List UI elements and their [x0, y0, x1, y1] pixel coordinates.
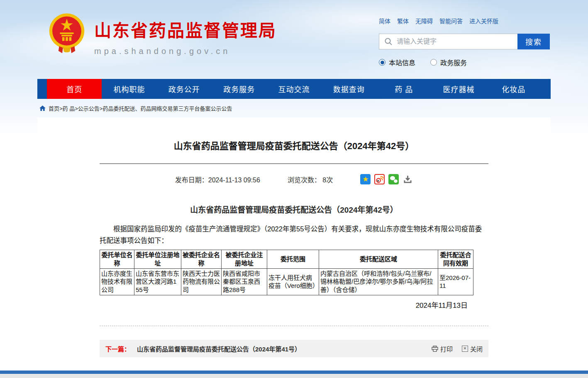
close-icon: ✕ [462, 346, 468, 352]
site-name: 山东省药品监督管理局 [94, 17, 277, 42]
radio-unselected-icon [430, 59, 437, 66]
article-body-title: 山东省药品监督管理局疫苗委托配送公告（2024年第42号） [100, 204, 488, 215]
publish-date-value: 2024-11-13 09:56 [208, 177, 260, 184]
signature-date: 2024年11月13日 [100, 295, 488, 310]
col-entrusting-unit: 委托单位名称 [100, 250, 134, 269]
publish-date: 发布日期：2024-11-13 09:56 [175, 174, 260, 184]
view-count-label: 浏览次数： [288, 177, 321, 184]
col-entrusting-address: 委托单位注册地址 [134, 250, 181, 269]
scope-option-label: 政务服务 [440, 57, 467, 67]
site-identity: 山东省药品监督管理局 mpa.shandong.gov.cn [94, 12, 277, 56]
nav-item-medical-devices[interactable]: 医疗器械 [431, 79, 486, 99]
footer-blue-bar [0, 371, 588, 374]
cell-entrusting-address: 山东省东营市东营区大渡河路155号 [134, 268, 181, 295]
site-header: 山东省药品监督管理局 mpa.shandong.gov.cn 简体 繁体 无障碍… [37, 0, 551, 79]
close-button[interactable]: ✕ 关闭 [462, 344, 483, 353]
search-button[interactable]: 搜索 [517, 34, 550, 49]
link-smart-qa[interactable]: 智能问答 [439, 17, 463, 25]
cell-entrusted-company: 陕西天士力医药物流有限公司 [181, 268, 222, 295]
cell-entrusted-address: 陕西省咸阳市秦都区玉泉西路288号 [222, 268, 267, 295]
search-scope-options: 本站信息 政务服务 [379, 57, 550, 67]
printer-icon [432, 346, 438, 352]
search-bar: 搜索 [379, 34, 550, 49]
cell-entrusting-unit: 山东亦度生物技术有限公司 [100, 268, 134, 295]
prev-next-bar: 下一篇： 山东省药品监督管理局疫苗委托配送公告（2024年第41号） 打印 ✕ … [100, 340, 488, 357]
home-icon [39, 106, 46, 111]
next-article-label: 下一篇： [105, 344, 130, 353]
search-icon [384, 37, 393, 46]
cell-contract-validity: 至2026-07-11 [438, 268, 473, 295]
breadcrumb-path[interactable]: 首页>药 品>公示公告>药品委托配送、药品网络交易第三方平台备案公示公告 [49, 104, 232, 112]
scope-option-gov-services[interactable]: 政务服务 [430, 57, 467, 67]
col-scope: 委托范围 [267, 250, 319, 269]
wechat-share-icon[interactable] [388, 174, 399, 184]
nav-item-drugs[interactable]: 药 品 [376, 79, 431, 99]
next-article-link[interactable]: 山东省药品监督管理局疫苗委托配送公告（2024年第41号） [137, 344, 301, 353]
nav-item-gov-disclosure[interactable]: 政务公开 [157, 79, 212, 99]
search-input[interactable] [393, 34, 517, 49]
header-utilities: 简体 繁体 无障碍 智能问答 进入关怀版 搜索 本 [379, 17, 550, 67]
nav-item-org-duties[interactable]: 机构职能 [102, 79, 156, 99]
link-simplified-chinese[interactable]: 简体 [379, 17, 390, 25]
publish-date-label: 发布日期： [175, 177, 208, 184]
weibo-share-icon[interactable] [374, 174, 385, 184]
cell-delivery-region: 内蒙古自治区（呼和浩特/包头/乌兰察布/锡林格勒盟/巴彦淖尔/鄂尔多斯/乌海/阿… [319, 268, 438, 295]
print-label: 打印 [440, 344, 453, 353]
qzone-share-icon[interactable]: ★ [360, 174, 371, 184]
article-meta: 发布日期：2024-11-13 09:56 浏览次数： 8次 ★ [100, 164, 488, 189]
search-box [379, 34, 517, 49]
top-utility-links: 简体 繁体 无障碍 智能问答 进入关怀版 [379, 17, 550, 25]
link-traditional-chinese[interactable]: 繁体 [397, 17, 409, 25]
main-navigation: 首页 机构职能 政务公开 政务服务 互动交流 数据查询 药 品 医疗器械 化妆品 [37, 79, 551, 99]
print-button[interactable]: 打印 [432, 344, 453, 353]
radio-selected-icon [379, 59, 385, 66]
nav-item-home[interactable]: 首页 [47, 79, 102, 99]
article-actions: 打印 ✕ 关闭 [432, 344, 483, 353]
article-card: 山东省药品监督管理局疫苗委托配送公告（2024年第42号） 发布日期：2024-… [37, 118, 551, 365]
footer-gray-area [0, 374, 588, 378]
nav-item-data-query[interactable]: 数据查询 [322, 79, 376, 99]
link-care-mode[interactable]: 进入关怀版 [469, 17, 498, 25]
national-emblem [48, 12, 86, 55]
table-row: 山东亦度生物技术有限公司 山东省东营市东营区大渡河路155号 陕西天士力医药物流… [100, 268, 473, 295]
nav-item-interaction[interactable]: 互动交流 [266, 79, 321, 99]
scope-option-label: 本站信息 [389, 57, 415, 67]
col-entrusted-company: 被委托企业名称 [181, 250, 222, 269]
site-url: mpa.shandong.gov.cn [94, 47, 277, 56]
dashed-divider [100, 326, 488, 326]
nav-item-gov-services[interactable]: 政务服务 [212, 79, 266, 99]
link-accessibility[interactable]: 无障碍 [415, 17, 433, 25]
table-header-row: 委托单位名称 委托单位注册地址 被委托企业名称 被委托企业注册地址 委托范围 委… [100, 250, 473, 269]
view-count-value: 8次 [322, 177, 333, 184]
download-icon[interactable] [403, 174, 413, 184]
view-count: 浏览次数： 8次 [288, 174, 333, 184]
cell-scope: 冻干人用狂犬病疫苗（Vero细胞） [267, 268, 319, 295]
nav-item-cosmetics[interactable]: 化妆品 [486, 79, 541, 99]
col-entrusted-address: 被委托企业注册地址 [222, 250, 267, 269]
scope-option-site-info[interactable]: 本站信息 [379, 57, 415, 67]
breadcrumb: 首页>药 品>公示公告>药品委托配送、药品网络交易第三方平台备案公示公告 [37, 99, 551, 118]
col-delivery-region: 委托配送区域 [319, 250, 438, 269]
share-toolbar: ★ [360, 174, 413, 184]
col-contract-validity: 委托配送合同有效期 [438, 250, 473, 269]
close-label: 关闭 [470, 344, 483, 353]
article-paragraph: 根据国家药监局印发的《疫苗生产流通管理规定》（2022年第55号公告）有关要求，… [100, 223, 488, 246]
page-title: 山东省药品监督管理局疫苗委托配送公告（2024年第42号） [100, 118, 488, 163]
vaccine-delivery-table: 委托单位名称 委托单位注册地址 被委托企业名称 被委托企业注册地址 委托范围 委… [100, 250, 473, 295]
